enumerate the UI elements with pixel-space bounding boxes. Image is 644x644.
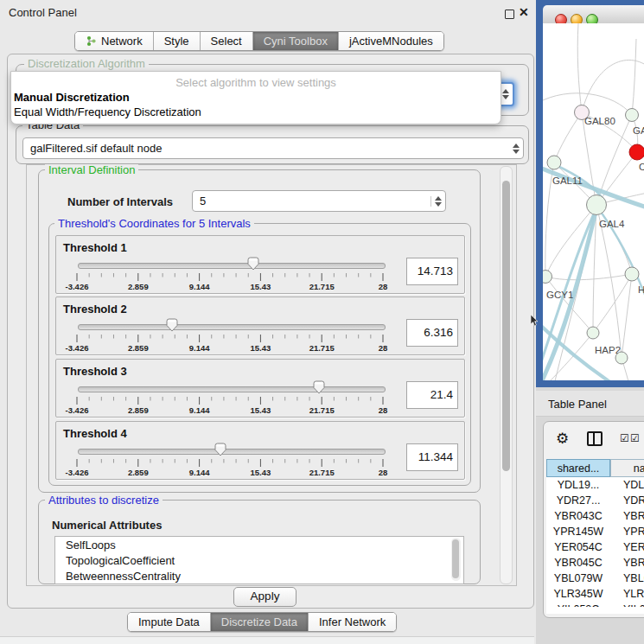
- tab-label: Style: [164, 35, 189, 48]
- network-edge[interactable]: [554, 112, 582, 163]
- attributes-list[interactable]: SelfLoopsTopologicalCoefficientBetweenne…: [54, 536, 464, 584]
- tab-select[interactable]: Select: [201, 32, 253, 50]
- table-cell[interactable]: YER054C: [546, 541, 610, 553]
- table-cell[interactable]: YDR2: [623, 494, 644, 507]
- tab-label: Cyni Toolbox: [264, 35, 328, 48]
- dropdown-option[interactable]: Equal Width/Frequency Discretization: [14, 105, 201, 118]
- threshold-label: Threshold 3: [63, 365, 127, 378]
- vertical-scrollbar-thumb[interactable]: [502, 181, 510, 471]
- slider-track[interactable]: [78, 386, 386, 392]
- table-cell[interactable]: YIL052C: [546, 603, 610, 607]
- slider-track[interactable]: [78, 263, 386, 269]
- table-cell[interactable]: YER0: [623, 541, 644, 553]
- tab-impute-data[interactable]: Impute Data: [128, 613, 211, 631]
- network-edge[interactable]: [545, 274, 632, 280]
- table-cell[interactable]: YPR1: [623, 526, 644, 538]
- network-node-GAL4[interactable]: [587, 195, 607, 215]
- network-edge[interactable]: [622, 274, 632, 358]
- spinner-arrows-icon: [430, 196, 445, 207]
- num-intervals-label: Number of Intervals: [67, 195, 173, 208]
- table-cell[interactable]: YBL079W: [546, 572, 610, 584]
- tick-label: 2.859: [112, 343, 164, 353]
- threshold-value-field[interactable]: 6.316: [406, 319, 458, 347]
- tick-label: -3.426: [51, 282, 103, 291]
- node-table[interactable]: shared...name YDL19...YDL1YDR27...YDR2YB…: [546, 459, 644, 614]
- tab-network[interactable]: Network: [75, 32, 154, 50]
- slider-thumb[interactable]: [166, 318, 178, 332]
- slider-track[interactable]: [78, 449, 386, 455]
- interval-definition-title: Interval Definition: [45, 164, 138, 176]
- network-node-red[interactable]: [629, 144, 644, 160]
- table-cell[interactable]: YDR27...: [546, 494, 610, 507]
- threshold-label: Threshold 4: [63, 427, 127, 440]
- select-columns-icon[interactable]: ☑: [620, 432, 629, 444]
- attribute-list-item[interactable]: BetweennessCentrality: [55, 568, 463, 583]
- tab-infer-network[interactable]: Infer Network: [309, 613, 396, 631]
- slider-thumb[interactable]: [313, 380, 325, 394]
- table-panel-title: Table Panel: [548, 398, 607, 411]
- network-icon: [86, 35, 97, 47]
- slider-track[interactable]: [78, 324, 386, 330]
- network-node-label: GA: [633, 125, 644, 136]
- network-node-H[interactable]: [625, 267, 639, 281]
- attributes-list-scrollbar[interactable]: [451, 538, 461, 581]
- table-data-select[interactable]: galFiltered.sif default node: [22, 137, 524, 159]
- threshold-value-field[interactable]: 21.4: [406, 381, 458, 409]
- attribute-list-item[interactable]: SelfLoops: [55, 537, 463, 552]
- slider-thumb[interactable]: [247, 257, 259, 271]
- network-canvas[interactable]: GAL80GACGAL11GAL4GCY1HHAP2: [543, 23, 644, 380]
- window-bottom-strip: [0, 636, 534, 644]
- close-icon[interactable]: ✕: [519, 5, 529, 19]
- table-panel: ⚙ ☑ ☑ shared...name YDL19...YDL1YDR27...…: [543, 421, 644, 618]
- table-cell[interactable]: YPR145W: [546, 526, 610, 538]
- tick-label: 28: [357, 343, 409, 353]
- tick-label: 21.715: [296, 405, 348, 415]
- attributes-list-scrollbar-thumb[interactable]: [452, 539, 459, 578]
- tick-label: -3.426: [51, 343, 103, 353]
- num-intervals-spinner[interactable]: 5: [192, 190, 446, 212]
- table-cell[interactable]: YBR0: [623, 557, 644, 569]
- slider-thumb[interactable]: [214, 443, 226, 456]
- network-node-node-b[interactable]: [615, 352, 628, 364]
- threshold-value-field[interactable]: 14.713: [406, 258, 458, 285]
- network-node-GCY1[interactable]: [543, 271, 552, 284]
- network-node-HAP2[interactable]: [587, 327, 599, 339]
- column-header-0[interactable]: shared...: [546, 459, 610, 477]
- network-edge[interactable]: [582, 112, 596, 205]
- table-cell[interactable]: YBR043C: [546, 510, 610, 522]
- table-cell[interactable]: YDL19...: [546, 479, 610, 491]
- network-edge[interactable]: [596, 205, 632, 274]
- threshold-value-field[interactable]: 11.344: [406, 443, 458, 471]
- network-node-GAL11[interactable]: [547, 156, 561, 169]
- threshold-label: Threshold 2: [63, 303, 127, 316]
- vertical-scrollbar[interactable]: [500, 166, 513, 584]
- app-root: Control Panel ✕ NetworkStyleSelectCyni T…: [0, 0, 644, 644]
- network-edge[interactable]: [577, 23, 582, 112]
- table-cell[interactable]: YLR345W: [546, 588, 610, 600]
- table-cell[interactable]: YBL0: [623, 572, 644, 584]
- network-node-label: GAL80: [584, 116, 615, 126]
- tick-label: 15.43: [234, 343, 286, 353]
- table-cell[interactable]: YBR045C: [546, 557, 610, 569]
- network-node-GA[interactable]: [626, 109, 639, 122]
- float-window-icon[interactable]: [505, 10, 514, 19]
- gear-icon[interactable]: ⚙: [556, 430, 569, 448]
- table-cell[interactable]: YIL0: [623, 603, 644, 607]
- tab-discretize-data[interactable]: Discretize Data: [211, 613, 309, 631]
- network-window-titlebar[interactable]: [543, 5, 644, 24]
- tab-jactivemnodules[interactable]: jActiveMNodules: [339, 32, 443, 50]
- tab-style[interactable]: Style: [154, 32, 201, 50]
- dropdown-option[interactable]: Manual Discretization: [14, 91, 130, 104]
- network-edge[interactable]: [632, 39, 636, 115]
- column-header-1[interactable]: name: [610, 459, 644, 477]
- tab-cyni-toolbox[interactable]: Cyni Toolbox: [253, 32, 339, 50]
- select-all-columns-icon[interactable]: ☑: [630, 432, 640, 444]
- attribute-list-item[interactable]: TopologicalCoefficient: [55, 552, 463, 568]
- table-cell[interactable]: YDL1: [623, 479, 644, 491]
- table-cell[interactable]: YLR3: [623, 588, 644, 600]
- split-view-icon[interactable]: [587, 431, 603, 446]
- tab-label: Infer Network: [319, 615, 386, 628]
- apply-button[interactable]: Apply: [233, 587, 296, 607]
- table-cell[interactable]: YBR0: [623, 510, 644, 522]
- tick-label: 21.715: [296, 468, 348, 477]
